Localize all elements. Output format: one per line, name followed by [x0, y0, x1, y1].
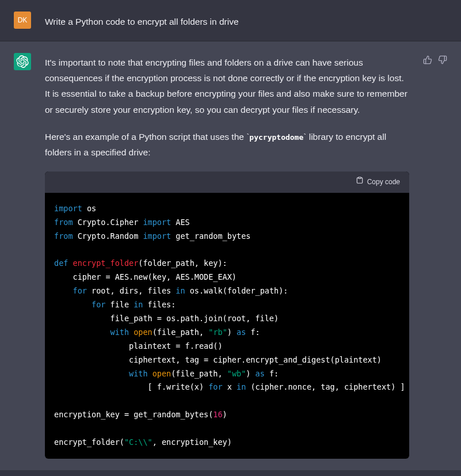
code-body[interactable]: import os from Crypto.Cipher import AES … — [45, 193, 409, 459]
user-avatar: DK — [14, 12, 31, 29]
assistant-para-2: Here's an example of a Python script tha… — [45, 129, 409, 160]
code-block: Copy code import os from Crypto.Cipher i… — [45, 172, 409, 459]
user-prompt: Write a Python code to encrypt all folde… — [45, 12, 447, 29]
copy-code-button[interactable]: Copy code — [356, 176, 400, 188]
assistant-content: It's important to note that encrypting f… — [45, 53, 409, 459]
copy-code-label: Copy code — [367, 176, 400, 188]
feedback-controls — [423, 53, 447, 459]
thumbs-up-button[interactable] — [423, 55, 432, 64]
assistant-para-1: It's important to note that encrypting f… — [45, 55, 409, 117]
svg-rect-0 — [358, 177, 361, 178]
code-header: Copy code — [45, 172, 409, 193]
inline-code-lib: pycryptodome — [249, 133, 303, 142]
assistant-avatar — [14, 53, 31, 70]
assistant-message: It's important to note that encrypting f… — [0, 41, 461, 471]
clipboard-icon — [356, 176, 364, 188]
user-message: DK Write a Python code to encrypt all fo… — [0, 0, 461, 41]
avatar-initials: DK — [18, 16, 28, 24]
thumbs-down-button[interactable] — [438, 55, 447, 64]
